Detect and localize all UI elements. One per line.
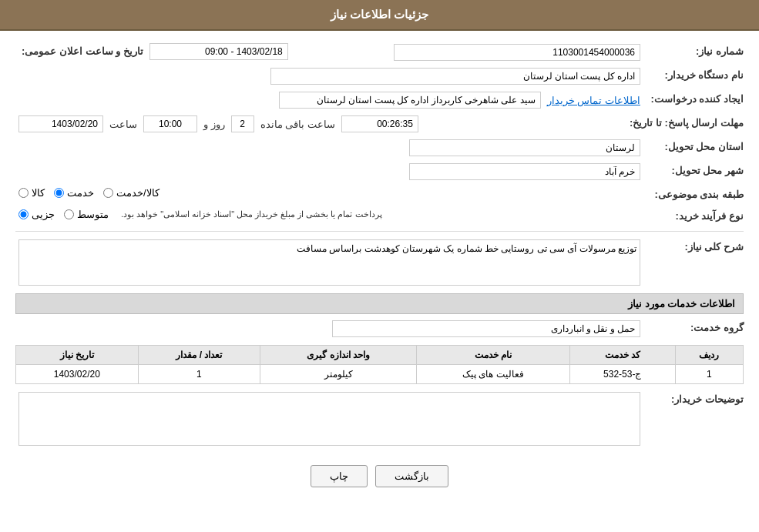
cell-row-num: 1	[675, 365, 743, 384]
buyer-org-input[interactable]	[270, 68, 640, 85]
date-value: ساعت باقی مانده روز و ساعت	[15, 114, 623, 134]
radio-khadamat[interactable]: خدمت	[54, 187, 94, 199]
buyer-org-row: نام دستگاه خریدار:	[15, 66, 744, 86]
requester-label: ایجاد کننده درخواست:	[643, 90, 744, 108]
city-label: شهر محل تحویل:	[643, 162, 744, 179]
cell-quantity: 1	[138, 365, 260, 384]
radio-khadamat-label: خدمت	[67, 187, 94, 199]
need-number-value	[327, 42, 644, 62]
time-label: ساعت	[109, 119, 137, 130]
requester-value: اطلاعات تماس خریدار	[15, 90, 643, 110]
city-input[interactable]	[409, 163, 640, 180]
province-label: استان محل تحویل:	[643, 138, 744, 156]
remaining-label: ساعت باقی مانده	[260, 119, 335, 130]
col-service-name: نام خدمت	[417, 346, 570, 365]
service-group-label: گروه خدمت:	[643, 319, 744, 336]
purchase-type-label: نوع فرآیند خرید:	[643, 207, 744, 225]
days-label: روز و	[203, 119, 225, 130]
category-label: طبقه بندی موضوعی:	[643, 186, 744, 203]
cell-unit: کیلومتر	[260, 365, 417, 384]
need-number-row: شماره نیاز: تاریخ و ساعت اعلان عمومی:	[15, 42, 744, 62]
announce-date-label: تاریخ و ساعت اعلان عمومی:	[15, 42, 143, 60]
date-input[interactable]	[18, 115, 103, 132]
service-group-value	[15, 319, 643, 339]
cell-service-code: ج-53-532	[569, 365, 675, 384]
date-label: مهلت ارسال پاسخ: تا تاریخ:	[623, 114, 744, 132]
buyer-desc-row: توضیحات خریدار:	[15, 390, 744, 450]
date-row: مهلت ارسال پاسخ: تا تاریخ: ساعت باقی مان…	[15, 114, 744, 134]
page-title: جزئیات اطلاعات نیاز	[331, 8, 428, 21]
button-container: بازگشت چاپ	[15, 453, 744, 499]
purchase-type-row: نوع فرآیند خرید: پرداخت تمام یا بخشی از …	[15, 207, 744, 225]
col-row-num: ردیف	[675, 346, 743, 365]
province-row: استان محل تحویل:	[15, 138, 744, 158]
remaining-input[interactable]	[341, 115, 418, 132]
category-value: کالا/خدمت خدمت کالا	[15, 186, 643, 200]
city-value	[15, 162, 643, 182]
radio-motavaset-label: متوسط	[77, 209, 109, 220]
table-row: 1 ج-53-532 فعالیت های پیک کیلومتر 1 1403…	[16, 365, 744, 384]
back-button[interactable]: بازگشت	[375, 465, 448, 487]
radio-kala[interactable]: کالا	[18, 187, 45, 199]
buyer-desc-label: توضیحات خریدار:	[643, 390, 744, 408]
radio-kala-label: کالا	[32, 187, 45, 199]
col-quantity: تعداد / مقدار	[138, 346, 260, 365]
province-value	[15, 138, 643, 158]
service-group-input[interactable]	[332, 320, 640, 337]
time-input[interactable]	[143, 115, 197, 132]
radio-jozi-label: جزیی	[32, 209, 55, 220]
services-section-title: اطلاعات خدمات مورد نیاز	[15, 293, 744, 314]
print-button[interactable]: چاپ	[311, 465, 368, 487]
main-content: شماره نیاز: تاریخ و ساعت اعلان عمومی: نا…	[0, 31, 759, 510]
buyer-org-value	[15, 66, 643, 86]
buyer-desc-value	[15, 390, 643, 450]
description-label: شرح کلی نیاز:	[643, 238, 744, 256]
days-input[interactable]	[231, 115, 254, 132]
description-value	[15, 238, 643, 289]
page-header: جزئیات اطلاعات نیاز	[0, 0, 759, 31]
service-group-row: گروه خدمت:	[15, 319, 744, 339]
category-row: طبقه بندی موضوعی: کالا/خدمت خدمت کالا	[15, 186, 744, 203]
services-table-header: ردیف کد خدمت نام خدمت واحد اندازه گیری ت…	[16, 346, 744, 365]
announce-date-input[interactable]	[149, 43, 288, 60]
requester-row: ایجاد کننده درخواست: اطلاعات تماس خریدار	[15, 90, 744, 110]
requester-input[interactable]	[279, 92, 541, 109]
radio-kala-khadamat[interactable]: کالا/خدمت	[103, 187, 160, 199]
buyer-org-label: نام دستگاه خریدار:	[643, 66, 744, 84]
cell-date: 1403/02/20	[16, 365, 139, 384]
need-number-label: شماره نیاز:	[643, 42, 744, 60]
need-number-input[interactable]	[394, 44, 640, 61]
description-textarea[interactable]	[18, 239, 640, 286]
description-row: شرح کلی نیاز:	[15, 238, 744, 289]
city-row: شهر محل تحویل:	[15, 162, 744, 182]
purchase-type-value: پرداخت تمام یا بخشی از مبلغ خریداز محل "…	[15, 207, 643, 222]
radio-jozi[interactable]: جزیی	[18, 209, 55, 220]
cell-service-name: فعالیت های پیک	[417, 365, 570, 384]
page-container: جزئیات اطلاعات نیاز شماره نیاز: تاریخ و …	[0, 0, 759, 532]
contact-link[interactable]: اطلاعات تماس خریدار	[547, 95, 640, 106]
col-date: تاریخ نیاز	[16, 346, 139, 365]
col-unit: واحد اندازه گیری	[260, 346, 417, 365]
radio-motavaset[interactable]: متوسط	[64, 209, 109, 220]
purchase-type-note: پرداخت تمام یا بخشی از مبلغ خریداز محل "…	[121, 209, 382, 219]
province-input[interactable]	[409, 139, 640, 156]
col-service-code: کد خدمت	[569, 346, 675, 365]
radio-kala-khadamat-label: کالا/خدمت	[116, 187, 160, 199]
services-table: ردیف کد خدمت نام خدمت واحد اندازه گیری ت…	[15, 345, 744, 384]
divider	[15, 231, 744, 232]
buyer-desc-textarea[interactable]	[18, 392, 640, 446]
